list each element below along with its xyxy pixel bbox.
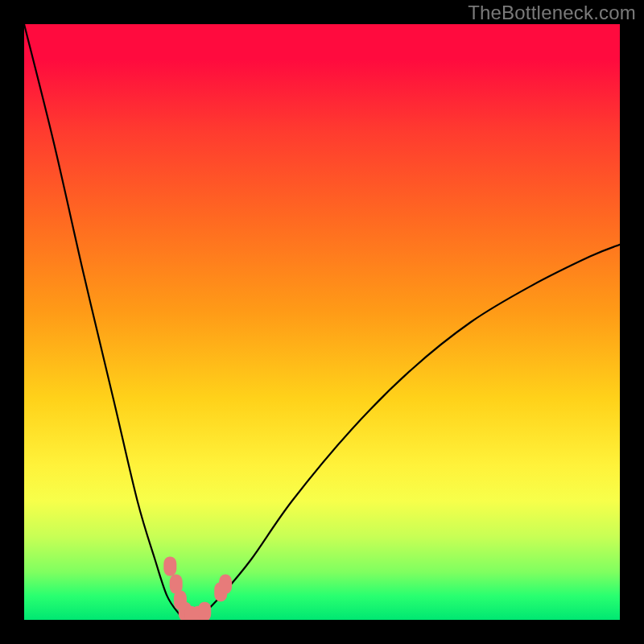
- plot-area: [24, 24, 620, 620]
- bottleneck-curve: [24, 24, 620, 620]
- highlight-marker: [163, 556, 176, 576]
- curve-layer: [24, 24, 620, 620]
- highlight-marker: [198, 602, 211, 620]
- watermark-text: TheBottleneck.com: [468, 2, 636, 24]
- chart-stage: TheBottleneck.com: [0, 0, 644, 644]
- highlight-marker: [219, 575, 232, 594]
- highlight-markers: [163, 556, 232, 620]
